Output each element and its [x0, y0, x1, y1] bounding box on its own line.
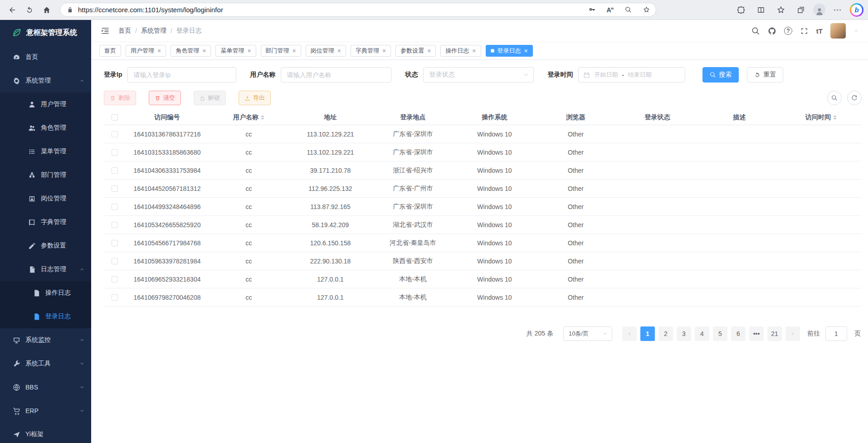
refresh-button[interactable] — [22, 2, 37, 18]
favorites-button[interactable] — [773, 2, 789, 18]
close-icon[interactable]: × — [247, 48, 251, 54]
more-pages-button[interactable]: ••• — [749, 326, 764, 341]
url-text[interactable]: https://ccnetcore.com:1101/system/log/lo… — [78, 6, 580, 14]
sidebar-item-user-management[interactable]: 用户管理 — [0, 92, 91, 116]
breadcrumb-home[interactable]: 首页 — [118, 27, 131, 35]
browser-profile-button[interactable] — [813, 4, 825, 16]
tab-post-management[interactable]: 岗位管理× — [306, 45, 346, 57]
tab-login-log[interactable]: 登录日志× — [486, 45, 533, 57]
column-header-address[interactable]: 地址 — [289, 113, 372, 122]
date-range-picker[interactable]: 开始日期 - 结束日期 — [578, 67, 685, 83]
close-icon[interactable]: × — [293, 48, 296, 54]
user-avatar[interactable] — [830, 23, 846, 39]
row-checkbox[interactable] — [112, 204, 118, 210]
sidebar-toggle-button[interactable] — [99, 25, 111, 37]
bing-chat-button[interactable]: b — [850, 3, 863, 17]
read-aloud-button[interactable]: A” — [603, 4, 617, 16]
sidebar-item-menu-management[interactable]: 菜单管理 — [0, 140, 91, 163]
page-button-5[interactable]: 5 — [713, 326, 727, 341]
sidebar-item-home[interactable]: 首页 — [0, 45, 91, 69]
sidebar-item-system-management[interactable]: 系统管理 — [0, 69, 91, 92]
close-icon[interactable]: × — [157, 48, 161, 54]
row-checkbox[interactable] — [112, 258, 118, 264]
reset-button[interactable]: 重置 — [747, 67, 783, 83]
sidebar-item-erp[interactable]: ERP — [0, 399, 91, 423]
sidebar-item-department-management[interactable]: 部门管理 — [0, 163, 91, 187]
tab-parameter-settings[interactable]: 参数设置× — [395, 45, 436, 57]
browser-menu-button[interactable]: ⋯ — [830, 2, 845, 18]
clear-button[interactable]: 清空 — [149, 91, 181, 105]
row-checkbox[interactable] — [112, 167, 118, 174]
table-row[interactable]: 1641044520567181312 cc 112.96.225.132 广东… — [104, 180, 862, 198]
page-button-21[interactable]: 21 — [767, 326, 782, 341]
column-header-os[interactable]: 操作系统 — [454, 113, 535, 122]
row-checkbox[interactable] — [112, 240, 118, 246]
collections-button[interactable] — [793, 2, 809, 18]
favorites-star-button[interactable] — [639, 4, 653, 16]
column-header-visit-time[interactable]: 访问时间 — [780, 113, 862, 122]
font-size-button[interactable]: tT — [816, 27, 823, 35]
sidebar-item-system-tools[interactable]: 系统工具 — [0, 352, 91, 375]
next-page-button[interactable] — [785, 326, 800, 341]
home-button[interactable] — [39, 2, 54, 18]
page-button-6[interactable]: 6 — [731, 326, 746, 341]
tab-user-management[interactable]: 用户管理× — [126, 45, 166, 57]
page-button-1[interactable]: 1 — [640, 326, 655, 341]
password-key-button[interactable] — [585, 4, 599, 16]
page-size-select[interactable]: 10条/页 — [563, 326, 612, 341]
table-row[interactable]: 1641069652933218304 cc 127.0.0.1 本地-本机 W… — [104, 270, 862, 288]
sort-icon[interactable] — [833, 113, 837, 122]
sidebar-item-login-log[interactable]: 登录日志 — [0, 305, 91, 328]
prev-page-button[interactable] — [622, 326, 637, 341]
column-header-user-name[interactable]: 用户名称 — [209, 113, 289, 122]
row-checkbox[interactable] — [112, 294, 118, 301]
row-checkbox[interactable] — [112, 222, 118, 228]
sidebar-item-parameter-settings[interactable]: 参数设置 — [0, 234, 91, 258]
split-screen-button[interactable] — [753, 2, 769, 18]
table-row[interactable]: 1641031367863177216 cc 113.102.129.221 广… — [104, 125, 862, 143]
table-row[interactable]: 1641044993248464896 cc 113.87.92.165 广东省… — [104, 198, 862, 216]
sidebar-item-log-management[interactable]: 日志管理 — [0, 258, 91, 281]
table-row[interactable]: 1641053426655825920 cc 58.19.42.209 湖北省-… — [104, 216, 862, 234]
status-select[interactable]: 登录状态 — [423, 67, 534, 83]
refresh-table-button[interactable] — [847, 91, 862, 105]
breadcrumb-system-management[interactable]: 系统管理 — [141, 27, 166, 35]
fullscreen-button[interactable] — [800, 27, 809, 35]
tab-menu-management[interactable]: 菜单管理× — [215, 45, 256, 57]
close-icon[interactable]: × — [524, 48, 528, 54]
table-row[interactable]: 1641059633978281984 cc 222.90.130.18 陕西省… — [104, 252, 862, 270]
page-button-4[interactable]: 4 — [695, 326, 709, 341]
delete-button[interactable]: 删除 — [104, 91, 136, 105]
goto-page-input[interactable] — [825, 326, 847, 341]
search-button[interactable]: 搜索 — [702, 67, 739, 83]
show-search-toggle-button[interactable] — [827, 91, 842, 105]
close-icon[interactable]: × — [427, 48, 431, 54]
unlock-button[interactable]: 解锁 — [194, 91, 226, 105]
sidebar-item-bbs[interactable]: BBS — [0, 375, 91, 399]
sidebar-item-yi-framework[interactable]: Yi框架 — [0, 423, 91, 443]
extensions-button[interactable] — [733, 2, 749, 18]
tab-home[interactable]: 首页 — [99, 45, 121, 57]
sidebar-item-system-monitoring[interactable]: 系统监控 — [0, 328, 91, 352]
table-row[interactable]: 1641054566717984768 cc 120.6.150.158 河北省… — [104, 234, 862, 252]
column-header-browser[interactable]: 浏览器 — [535, 113, 616, 122]
column-header-login-status[interactable]: 登录状态 — [616, 113, 698, 122]
column-header-visit-id[interactable]: 访问编号 — [126, 113, 209, 122]
select-all-checkbox[interactable] — [112, 114, 118, 121]
close-icon[interactable]: × — [382, 48, 386, 54]
header-search-button[interactable] — [751, 27, 760, 35]
close-icon[interactable]: × — [337, 48, 341, 54]
sidebar-item-post-management[interactable]: 岗位管理 — [0, 187, 91, 210]
tab-dictionary-management[interactable]: 字典管理× — [351, 45, 391, 57]
column-header-login-location[interactable]: 登录地点 — [372, 113, 454, 122]
help-button[interactable]: ? — [784, 27, 792, 35]
close-icon[interactable]: × — [472, 48, 476, 54]
row-checkbox[interactable] — [112, 185, 118, 192]
export-button[interactable]: 导出 — [239, 91, 271, 105]
tab-role-management[interactable]: 角色管理× — [171, 45, 211, 57]
table-row[interactable]: 1641069798270046208 cc 127.0.0.1 本地-本机 W… — [104, 288, 862, 307]
github-button[interactable] — [768, 27, 776, 35]
page-button-2[interactable]: 2 — [658, 326, 673, 341]
sidebar-item-operation-log[interactable]: 操作日志 — [0, 281, 91, 305]
row-checkbox[interactable] — [112, 149, 118, 156]
